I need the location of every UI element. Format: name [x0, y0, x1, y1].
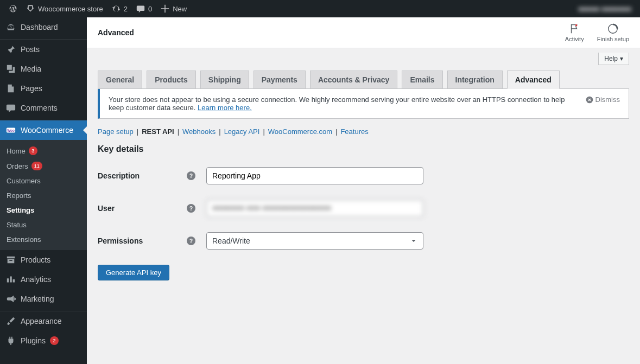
subtab-webhooks[interactable]: Webhooks: [182, 127, 216, 136]
menu-dashboard[interactable]: Dashboard: [0, 17, 87, 37]
tab-accounts-privacy[interactable]: Accounts & Privacy: [310, 71, 398, 89]
menu-comments[interactable]: Comments: [0, 98, 87, 118]
tab-emails[interactable]: Emails: [402, 71, 442, 89]
pin-icon: [5, 44, 16, 55]
flag-icon: [568, 23, 580, 35]
submenu-settings[interactable]: Settings: [0, 203, 87, 218]
menu-media[interactable]: Media: [0, 59, 87, 79]
wp-logo[interactable]: [4, 0, 22, 17]
advanced-subtabs: Page setup|REST API|Webhooks|Legacy API|…: [98, 127, 629, 136]
archive-icon: [5, 254, 16, 265]
finish-setup-button[interactable]: Finish setup: [597, 23, 629, 42]
notice-text: Your store does not appear to be using a…: [109, 95, 565, 112]
site-name: Woocommerce store: [38, 5, 103, 13]
updates-count: 2: [124, 5, 128, 13]
pages-icon: [5, 83, 16, 94]
page-title: Advanced: [98, 28, 134, 37]
tab-advanced[interactable]: Advanced: [507, 71, 560, 89]
generate-api-key-button[interactable]: Generate API key: [98, 265, 169, 280]
help-tip-icon[interactable]: ?: [187, 171, 195, 180]
subtab-features[interactable]: Features: [340, 127, 368, 136]
subtab-legacy-api[interactable]: Legacy API: [224, 127, 260, 136]
new-label: New: [173, 5, 187, 13]
menu-label: Comments: [21, 104, 58, 112]
description-label: Description?: [98, 171, 206, 180]
tab-shipping[interactable]: Shipping: [200, 71, 249, 89]
subtab-woocommerce-com[interactable]: WooCommerce.com: [268, 127, 332, 136]
description-row: Description?: [98, 167, 629, 184]
subtab-rest-api[interactable]: REST API: [142, 127, 174, 136]
submenu-extensions[interactable]: Extensions: [0, 232, 87, 247]
submenu-reports[interactable]: Reports: [0, 188, 87, 203]
dismiss-button[interactable]: Dismiss: [586, 95, 620, 104]
menu-woocommerce[interactable]: Woo WooCommerce: [0, 120, 87, 140]
menu-pages[interactable]: Pages: [0, 79, 87, 98]
permissions-label: Permissions?: [98, 237, 206, 245]
progress-icon: [607, 23, 619, 35]
tab-payments[interactable]: Payments: [254, 71, 306, 89]
user-row: User? ■■■■■■■ ■■■ ■■■■■■■■■■■■■■■: [98, 200, 629, 217]
chevron-down-icon: [410, 237, 417, 245]
submenu-orders[interactable]: Orders11: [0, 158, 87, 174]
megaphone-icon: [5, 293, 16, 302]
menu-posts[interactable]: Posts: [0, 40, 87, 59]
tab-integration[interactable]: Integration: [447, 71, 503, 89]
comments-link[interactable]: 0: [132, 0, 156, 17]
menu-label: Products: [21, 256, 50, 264]
user-select[interactable]: ■■■■■■■ ■■■ ■■■■■■■■■■■■■■■: [206, 200, 423, 217]
menu-label: Marketing: [21, 295, 54, 302]
updates-link[interactable]: 2: [107, 0, 132, 17]
dismiss-icon: [586, 96, 593, 104]
woocommerce-icon: Woo: [5, 125, 16, 136]
comments-count: 0: [148, 5, 152, 13]
admin-sidebar: Dashboard Posts Media Pages Comments Woo…: [0, 17, 87, 302]
badge: 3: [29, 146, 37, 155]
permissions-select[interactable]: Read/Write: [206, 232, 423, 250]
submenu-customers[interactable]: Customers: [0, 174, 87, 188]
main-content: Advanced Activity Finish setup Help ▾ Ge…: [87, 17, 640, 302]
permissions-row: Permissions? Read/Write: [98, 232, 629, 250]
menu-label: Posts: [21, 45, 40, 54]
activity-button[interactable]: Activity: [565, 23, 584, 42]
menu-marketing[interactable]: Marketing: [0, 289, 87, 302]
description-input[interactable]: [206, 167, 423, 184]
user-label: User?: [98, 204, 206, 213]
menu-label: Analytics: [21, 275, 51, 284]
submenu-home[interactable]: Home3: [0, 143, 87, 158]
menu-label: WooCommerce: [21, 126, 73, 135]
svg-point-2: [575, 24, 578, 27]
submenu-status[interactable]: Status: [0, 218, 87, 232]
admin-toolbar: Woocommerce store 2 0 New ■■■■■ ■■■■■■■: [0, 0, 640, 17]
help-tip-icon[interactable]: ?: [187, 204, 195, 213]
section-title: Key details: [98, 144, 629, 154]
user-account[interactable]: ■■■■■ ■■■■■■■: [574, 0, 636, 17]
menu-analytics[interactable]: Analytics: [0, 270, 87, 289]
dashboard-icon: [5, 22, 16, 33]
caret-down-icon: ▾: [620, 55, 623, 62]
menu-label: Media: [21, 65, 41, 73]
help-tip-icon[interactable]: ?: [187, 237, 195, 245]
notice-link[interactable]: Learn more here.: [198, 104, 252, 112]
new-content-link[interactable]: New: [156, 0, 191, 17]
site-link[interactable]: Woocommerce store: [22, 0, 107, 17]
chart-icon: [5, 274, 16, 285]
help-toggle[interactable]: Help ▾: [598, 53, 629, 65]
menu-label: Dashboard: [21, 23, 58, 31]
page-header: Advanced Activity Finish setup: [87, 17, 640, 48]
tab-products[interactable]: Products: [147, 71, 196, 89]
https-notice: Your store does not appear to be using a…: [98, 88, 629, 119]
woocommerce-submenu: Home3 Orders11 Customers Reports Setting…: [0, 140, 87, 250]
settings-tabs: General Products Shipping Payments Accou…: [98, 71, 629, 88]
menu-products[interactable]: Products: [0, 250, 87, 270]
svg-text:Woo: Woo: [7, 129, 15, 132]
badge: 11: [31, 162, 42, 170]
media-icon: [5, 63, 16, 74]
subtab-page-setup[interactable]: Page setup: [98, 127, 134, 136]
menu-label: Pages: [21, 84, 42, 93]
tab-general[interactable]: General: [98, 71, 142, 89]
comments-icon: [5, 103, 16, 113]
